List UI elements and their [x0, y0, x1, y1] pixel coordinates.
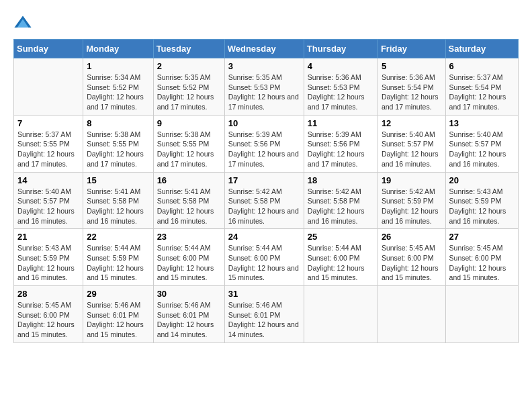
day-info: Sunrise: 5:35 AMSunset: 5:53 PMDaylight:…	[228, 73, 300, 112]
day-info: Sunrise: 5:46 AMSunset: 6:01 PMDaylight:…	[228, 300, 300, 340]
day-number: 1	[87, 61, 149, 71]
day-header-thursday: Thursday	[304, 40, 378, 58]
day-number: 28	[17, 289, 79, 299]
day-header-friday: Friday	[378, 40, 445, 58]
day-cell	[445, 286, 518, 343]
day-info: Sunrise: 5:36 AMSunset: 5:54 PMDaylight:…	[382, 73, 442, 112]
day-number: 3	[228, 61, 300, 71]
day-number: 14	[17, 175, 79, 185]
day-cell: 10Sunrise: 5:39 AMSunset: 5:56 PMDayligh…	[224, 115, 304, 172]
day-number: 20	[449, 175, 515, 185]
day-number: 6	[449, 61, 515, 71]
day-cell: 9Sunrise: 5:38 AMSunset: 5:55 PMDaylight…	[153, 115, 224, 172]
day-number: 19	[382, 175, 442, 185]
day-cell: 4Sunrise: 5:36 AMSunset: 5:53 PMDaylight…	[304, 58, 378, 116]
day-number: 13	[449, 118, 515, 128]
week-row-3: 14Sunrise: 5:40 AMSunset: 5:57 PMDayligh…	[14, 172, 519, 229]
day-number: 5	[382, 61, 442, 71]
day-number: 22	[87, 232, 149, 242]
day-info: Sunrise: 5:42 AMSunset: 5:58 PMDaylight:…	[308, 187, 374, 226]
day-info: Sunrise: 5:39 AMSunset: 5:56 PMDaylight:…	[228, 130, 300, 169]
day-cell: 6Sunrise: 5:37 AMSunset: 5:54 PMDaylight…	[445, 58, 518, 116]
page-header	[13, 13, 519, 32]
day-info: Sunrise: 5:44 AMSunset: 6:00 PMDaylight:…	[308, 243, 374, 283]
day-cell: 5Sunrise: 5:36 AMSunset: 5:54 PMDaylight…	[378, 58, 445, 116]
day-number: 12	[382, 118, 442, 128]
day-cell: 19Sunrise: 5:42 AMSunset: 5:59 PMDayligh…	[378, 172, 445, 229]
day-header-wednesday: Wednesday	[224, 40, 304, 58]
day-info: Sunrise: 5:46 AMSunset: 6:01 PMDaylight:…	[87, 300, 149, 340]
day-number: 11	[308, 118, 374, 128]
day-number: 4	[308, 61, 374, 71]
day-cell: 28Sunrise: 5:45 AMSunset: 6:00 PMDayligh…	[14, 286, 83, 343]
logo-icon	[13, 13, 32, 32]
day-info: Sunrise: 5:41 AMSunset: 5:58 PMDaylight:…	[157, 187, 221, 226]
day-info: Sunrise: 5:38 AMSunset: 5:55 PMDaylight:…	[157, 130, 221, 169]
day-info: Sunrise: 5:39 AMSunset: 5:56 PMDaylight:…	[308, 130, 374, 169]
day-header-sunday: Sunday	[14, 40, 83, 58]
day-cell: 8Sunrise: 5:38 AMSunset: 5:55 PMDaylight…	[83, 115, 153, 172]
day-cell: 24Sunrise: 5:44 AMSunset: 6:00 PMDayligh…	[224, 229, 304, 286]
week-row-1: 1Sunrise: 5:34 AMSunset: 5:52 PMDaylight…	[14, 58, 519, 116]
day-cell: 16Sunrise: 5:41 AMSunset: 5:58 PMDayligh…	[153, 172, 224, 229]
day-cell: 20Sunrise: 5:43 AMSunset: 5:59 PMDayligh…	[445, 172, 518, 229]
day-header-saturday: Saturday	[445, 40, 518, 58]
day-cell: 7Sunrise: 5:37 AMSunset: 5:55 PMDaylight…	[14, 115, 83, 172]
day-number: 24	[228, 232, 300, 242]
day-info: Sunrise: 5:43 AMSunset: 5:59 PMDaylight:…	[449, 187, 515, 226]
day-info: Sunrise: 5:44 AMSunset: 5:59 PMDaylight:…	[87, 243, 149, 283]
logo	[13, 13, 35, 32]
day-cell	[14, 58, 83, 116]
day-info: Sunrise: 5:34 AMSunset: 5:52 PMDaylight:…	[87, 73, 149, 112]
day-number: 16	[157, 175, 221, 185]
day-cell: 15Sunrise: 5:41 AMSunset: 5:58 PMDayligh…	[83, 172, 153, 229]
week-row-4: 21Sunrise: 5:43 AMSunset: 5:59 PMDayligh…	[14, 229, 519, 286]
day-number: 25	[308, 232, 374, 242]
day-info: Sunrise: 5:41 AMSunset: 5:58 PMDaylight:…	[87, 187, 149, 226]
day-cell: 13Sunrise: 5:40 AMSunset: 5:57 PMDayligh…	[445, 115, 518, 172]
day-info: Sunrise: 5:40 AMSunset: 5:57 PMDaylight:…	[382, 130, 442, 169]
day-info: Sunrise: 5:46 AMSunset: 6:01 PMDaylight:…	[157, 300, 221, 340]
day-info: Sunrise: 5:38 AMSunset: 5:55 PMDaylight:…	[87, 130, 149, 169]
day-info: Sunrise: 5:42 AMSunset: 5:59 PMDaylight:…	[382, 187, 442, 226]
day-info: Sunrise: 5:45 AMSunset: 6:00 PMDaylight:…	[382, 243, 442, 283]
calendar-table: SundayMondayTuesdayWednesdayThursdayFrid…	[13, 39, 519, 343]
week-row-2: 7Sunrise: 5:37 AMSunset: 5:55 PMDaylight…	[14, 115, 519, 172]
day-number: 17	[228, 175, 300, 185]
day-number: 8	[87, 118, 149, 128]
day-info: Sunrise: 5:44 AMSunset: 6:00 PMDaylight:…	[157, 243, 221, 283]
day-info: Sunrise: 5:45 AMSunset: 6:00 PMDaylight:…	[17, 300, 79, 340]
day-cell: 25Sunrise: 5:44 AMSunset: 6:00 PMDayligh…	[304, 229, 378, 286]
day-number: 23	[157, 232, 221, 242]
day-info: Sunrise: 5:37 AMSunset: 5:54 PMDaylight:…	[449, 73, 515, 112]
day-info: Sunrise: 5:45 AMSunset: 6:00 PMDaylight:…	[449, 243, 515, 283]
day-cell: 12Sunrise: 5:40 AMSunset: 5:57 PMDayligh…	[378, 115, 445, 172]
day-cell: 3Sunrise: 5:35 AMSunset: 5:53 PMDaylight…	[224, 58, 304, 116]
day-number: 2	[157, 61, 221, 71]
day-header-tuesday: Tuesday	[153, 40, 224, 58]
day-cell: 22Sunrise: 5:44 AMSunset: 5:59 PMDayligh…	[83, 229, 153, 286]
header-row: SundayMondayTuesdayWednesdayThursdayFrid…	[14, 40, 519, 58]
day-cell	[304, 286, 378, 343]
day-number: 29	[87, 289, 149, 299]
day-cell: 27Sunrise: 5:45 AMSunset: 6:00 PMDayligh…	[445, 229, 518, 286]
day-info: Sunrise: 5:36 AMSunset: 5:53 PMDaylight:…	[308, 73, 374, 112]
day-cell	[378, 286, 445, 343]
day-info: Sunrise: 5:42 AMSunset: 5:58 PMDaylight:…	[228, 187, 300, 226]
day-cell: 17Sunrise: 5:42 AMSunset: 5:58 PMDayligh…	[224, 172, 304, 229]
day-number: 18	[308, 175, 374, 185]
day-number: 10	[228, 118, 300, 128]
day-number: 21	[17, 232, 79, 242]
day-cell: 18Sunrise: 5:42 AMSunset: 5:58 PMDayligh…	[304, 172, 378, 229]
day-number: 9	[157, 118, 221, 128]
day-info: Sunrise: 5:44 AMSunset: 6:00 PMDaylight:…	[228, 243, 300, 283]
day-number: 30	[157, 289, 221, 299]
day-cell: 30Sunrise: 5:46 AMSunset: 6:01 PMDayligh…	[153, 286, 224, 343]
day-info: Sunrise: 5:37 AMSunset: 5:55 PMDaylight:…	[17, 130, 79, 169]
day-cell: 21Sunrise: 5:43 AMSunset: 5:59 PMDayligh…	[14, 229, 83, 286]
day-cell: 23Sunrise: 5:44 AMSunset: 6:00 PMDayligh…	[153, 229, 224, 286]
day-cell: 31Sunrise: 5:46 AMSunset: 6:01 PMDayligh…	[224, 286, 304, 343]
day-info: Sunrise: 5:43 AMSunset: 5:59 PMDaylight:…	[17, 243, 79, 283]
day-info: Sunrise: 5:35 AMSunset: 5:52 PMDaylight:…	[157, 73, 221, 112]
day-cell: 29Sunrise: 5:46 AMSunset: 6:01 PMDayligh…	[83, 286, 153, 343]
